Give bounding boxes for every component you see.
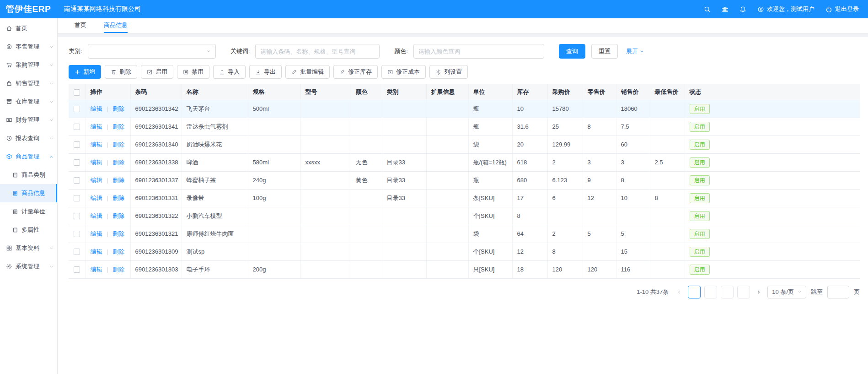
toolbar-button[interactable]: 禁用	[177, 65, 209, 79]
page-button[interactable]	[737, 286, 750, 298]
page-unit-label: 页	[854, 288, 860, 296]
cell-sale-price	[616, 207, 650, 225]
reset-button[interactable]: 重置	[591, 44, 618, 59]
edit-link[interactable]: 编辑	[91, 123, 102, 130]
delete-link[interactable]: 删除	[113, 159, 124, 166]
sidebar-item-purchase[interactable]: 采购管理	[0, 56, 57, 74]
shop-icon[interactable]	[722, 6, 729, 13]
row-checkbox[interactable]	[74, 213, 80, 219]
toolbar-button[interactable]: 列设置	[429, 65, 468, 79]
keyword-input[interactable]	[255, 44, 380, 59]
delete-link[interactable]: 删除	[113, 177, 124, 184]
table-row[interactable]: 编辑 | 删除 6901236301338 啤酒 580ml xxsxx 无色 …	[69, 153, 860, 171]
welcome-user[interactable]: 欢迎您，测试用户	[757, 5, 814, 13]
chevron-up-icon	[49, 155, 54, 159]
edit-link[interactable]: 编辑	[91, 212, 102, 219]
table-row[interactable]: 编辑 | 删除 6901236301331 录像带 100g 目录33 条[SK…	[69, 189, 860, 207]
sidebar-item-basic-data[interactable]: 基本资料	[0, 239, 57, 257]
delete-link[interactable]: 删除	[113, 141, 124, 148]
tab-home[interactable]: 首页	[75, 18, 86, 33]
table-row[interactable]: 编辑 | 删除 6901236301321 康师傅红烧牛肉面 袋 64 2 5 …	[69, 225, 860, 243]
toolbar-button-label: 批量编辑	[300, 68, 324, 76]
row-checkbox[interactable]	[74, 231, 80, 237]
toolbar-button[interactable]: 修正库存	[333, 65, 378, 79]
table-row[interactable]: 编辑 | 删除 6901236301303 电子手环 200g 只[SKU] 1…	[69, 260, 860, 278]
select-all-checkbox[interactable]	[74, 89, 80, 96]
cell-min-price: 8	[650, 189, 685, 207]
edit-link[interactable]: 编辑	[91, 177, 102, 184]
row-checkbox[interactable]	[74, 177, 80, 184]
edit-link[interactable]: 编辑	[91, 105, 102, 112]
sidebar-item-home[interactable]: 首页	[0, 19, 57, 38]
row-checkbox[interactable]	[74, 159, 80, 166]
next-page-button[interactable]	[755, 286, 763, 298]
page-size-select[interactable]: 10 条/页	[767, 286, 806, 298]
toolbar-button[interactable]: 新增	[69, 65, 101, 79]
sidebar-item-finance[interactable]: 财务管理	[0, 111, 57, 129]
sidebar-item-goods[interactable]: 商品管理	[0, 147, 57, 166]
sidebar-item-multi-attribute[interactable]: 多属性	[0, 221, 57, 239]
search-icon[interactable]	[704, 6, 711, 13]
row-checkbox[interactable]	[74, 124, 80, 130]
sidebar-item-goods-category[interactable]: 商品类别	[0, 166, 57, 184]
sidebar-item-measure-unit[interactable]: 计量单位	[0, 202, 57, 221]
toolbar-button[interactable]: 修正成本	[381, 65, 426, 79]
row-checkbox[interactable]	[74, 195, 80, 201]
logout-button[interactable]: 退出登录	[825, 5, 859, 13]
delete-link[interactable]: 删除	[113, 266, 124, 273]
row-checkbox[interactable]	[74, 249, 80, 255]
category-select[interactable]	[88, 44, 216, 59]
edit-link[interactable]: 编辑	[91, 159, 102, 166]
toolbar-button[interactable]: 批量编辑	[285, 65, 330, 79]
cell-ext-info	[426, 136, 468, 153]
sidebar-item-goods-info[interactable]: 商品信息	[0, 184, 57, 202]
row-checkbox[interactable]	[74, 106, 80, 112]
edit-link[interactable]: 编辑	[91, 266, 102, 273]
page-button[interactable]	[721, 286, 734, 298]
table-row[interactable]: 编辑 | 删除 6901236301322 小鹏汽车模型 个[SKU] 8 启用	[69, 207, 860, 225]
sidebar-item-sales[interactable]: 销售管理	[0, 74, 57, 92]
page-button[interactable]	[688, 286, 701, 298]
status-badge: 启用	[690, 122, 710, 132]
toolbar-button[interactable]: 导入	[213, 65, 246, 79]
table-row[interactable]: 编辑 | 删除 6901236301341 雷达杀虫气雾剂 瓶 31.6 25 …	[69, 118, 860, 136]
row-checkbox[interactable]	[74, 141, 80, 148]
jump-page-input[interactable]	[827, 286, 849, 298]
edit-link[interactable]: 编辑	[91, 230, 102, 237]
sidebar-item-warehouse[interactable]: 仓库管理	[0, 92, 57, 111]
delete-link[interactable]: 删除	[113, 105, 124, 112]
delete-link[interactable]: 删除	[113, 195, 124, 201]
table-row[interactable]: 编辑 | 删除 6901236301342 飞天茅台 500ml 瓶 10 15…	[69, 100, 860, 118]
sidebar-item-system[interactable]: 系统管理	[0, 257, 57, 276]
plus-icon	[75, 69, 80, 75]
bell-icon[interactable]	[739, 6, 746, 13]
cell-unit: 条[SKU]	[468, 189, 512, 207]
delete-link[interactable]: 删除	[113, 248, 124, 255]
color-input[interactable]	[413, 44, 544, 59]
expand-link[interactable]: 展开	[626, 47, 644, 55]
table-row[interactable]: 编辑 | 删除 6901236301340 奶油味爆米花 袋 20 129.99…	[69, 136, 860, 153]
cell-status: 启用	[685, 243, 860, 260]
sidebar-item-report[interactable]: 报表查询	[0, 129, 57, 147]
table-row[interactable]: 编辑 | 删除 6901236301337 蜂蜜柚子茶 240g 黄色 目录33…	[69, 171, 860, 189]
delete-link[interactable]: 删除	[113, 212, 124, 219]
edit-link[interactable]: 编辑	[91, 195, 102, 201]
toolbar-button[interactable]: 删除	[105, 65, 137, 79]
prev-page-button[interactable]	[675, 286, 683, 298]
page-button[interactable]	[704, 286, 717, 298]
delete-link[interactable]: 删除	[113, 230, 124, 237]
search-button[interactable]: 查询	[559, 44, 585, 59]
toolbar-button[interactable]: 启用	[141, 65, 173, 79]
edit-link[interactable]: 编辑	[91, 141, 102, 148]
sidebar-item-label: 仓库管理	[16, 98, 49, 106]
sidebar-item-retail[interactable]: 零售管理	[0, 38, 57, 56]
edit-link[interactable]: 编辑	[91, 248, 102, 255]
cell-barcode: 6901236301338	[130, 153, 182, 171]
delete-link[interactable]: 删除	[113, 123, 124, 130]
table-row[interactable]: 编辑 | 删除 6901236301309 测试sp 个[SKU] 12 8 1…	[69, 243, 860, 260]
content-divider	[58, 33, 868, 37]
row-checkbox[interactable]	[74, 266, 80, 273]
tab-bar: 首页 商品信息	[58, 18, 868, 33]
toolbar-button[interactable]: 导出	[249, 65, 282, 79]
tab-goods-info[interactable]: 商品信息	[104, 18, 128, 33]
